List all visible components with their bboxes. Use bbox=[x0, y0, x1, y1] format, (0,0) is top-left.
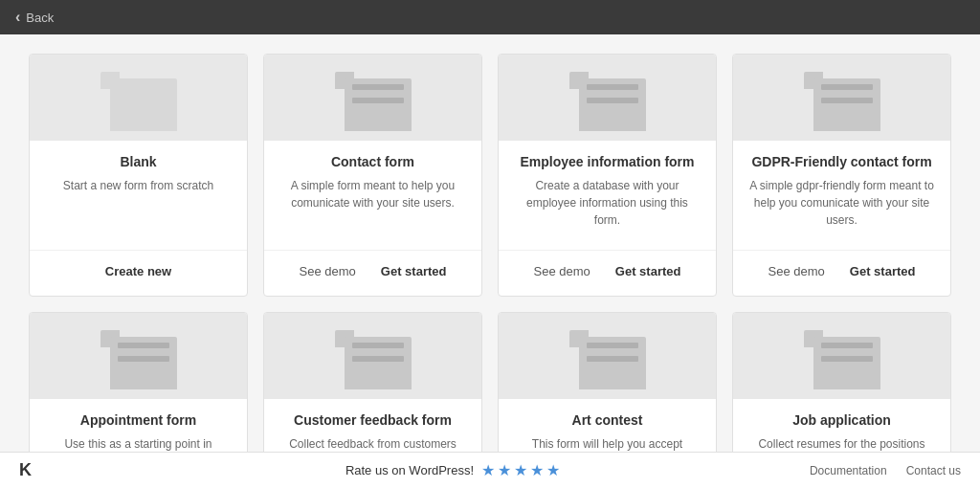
form-illustration bbox=[804, 322, 880, 389]
card-preview-employee-info bbox=[499, 55, 716, 141]
card-preview-art-contest bbox=[499, 313, 716, 399]
card-title-contact-form: Contact form bbox=[279, 154, 466, 169]
card-blank: BlankStart a new form from scratchCreate… bbox=[29, 54, 248, 297]
card-title-job-application: Job application bbox=[748, 412, 935, 428]
card-job-application: Job applicationCollect resumes for the p… bbox=[732, 312, 951, 452]
card-actions-contact-form: See demoGet started bbox=[264, 250, 481, 296]
logo: K bbox=[19, 460, 96, 480]
bottom-bar: K Rate us on WordPress! ★★★★★ Documentat… bbox=[0, 452, 980, 488]
card-art-contest: Art contestThis form will help you accep… bbox=[498, 312, 717, 452]
form-illustration bbox=[804, 64, 880, 131]
card-actions-employee-info: See demoGet started bbox=[499, 250, 716, 296]
card-title-employee-info: Employee information form bbox=[514, 154, 701, 169]
form-body bbox=[813, 337, 880, 389]
back-chevron-icon bbox=[15, 9, 20, 26]
card-body-job-application: Job applicationCollect resumes for the p… bbox=[733, 399, 950, 452]
card-preview-blank bbox=[30, 55, 247, 141]
card-actions-blank: Create new bbox=[30, 250, 247, 296]
bottom-center: Rate us on WordPress! ★★★★★ bbox=[96, 461, 810, 479]
btn-get-started-contact-form[interactable]: Get started bbox=[373, 260, 455, 282]
card-body-appointment: Appointment formUse this as a starting p… bbox=[30, 399, 247, 452]
card-description-gdpr-contact: A simple gdpr-friendly form meant to hel… bbox=[748, 177, 935, 229]
form-body bbox=[345, 337, 412, 389]
card-body-employee-info: Employee information formCreate a databa… bbox=[499, 141, 716, 242]
back-label: Back bbox=[26, 11, 54, 25]
form-body bbox=[813, 78, 880, 131]
main-content: BlankStart a new form from scratchCreate… bbox=[0, 34, 980, 452]
card-body-customer-feedback: Customer feedback formCollect feedback f… bbox=[264, 399, 481, 452]
bottom-link-documentation[interactable]: Documentation bbox=[810, 464, 887, 477]
bottom-links: DocumentationContact us bbox=[810, 464, 961, 477]
card-body-blank: BlankStart a new form from scratch bbox=[30, 141, 247, 242]
card-preview-gdpr-contact bbox=[733, 55, 950, 141]
btn-see-demo-contact-form[interactable]: See demo bbox=[292, 260, 364, 282]
star-2-icon[interactable]: ★ bbox=[498, 461, 511, 479]
card-preview-contact-form bbox=[264, 55, 481, 141]
card-body-gdpr-contact: GDPR-Friendly contact formA simple gdpr-… bbox=[733, 141, 950, 242]
card-title-art-contest: Art contest bbox=[514, 412, 701, 428]
card-body-art-contest: Art contestThis form will help you accep… bbox=[499, 399, 716, 452]
card-employee-info: Employee information formCreate a databa… bbox=[498, 54, 717, 297]
form-illustration bbox=[569, 322, 646, 389]
card-title-appointment: Appointment form bbox=[45, 412, 232, 428]
card-description-employee-info: Create a database with your employee inf… bbox=[514, 177, 701, 229]
back-button[interactable]: Back bbox=[15, 9, 54, 26]
btn-get-started-gdpr-contact[interactable]: Get started bbox=[842, 260, 924, 282]
card-description-blank: Start a new form from scratch bbox=[45, 177, 232, 229]
card-description-contact-form: A simple form meant to help you comunica… bbox=[279, 177, 466, 229]
templates-grid: BlankStart a new form from scratchCreate… bbox=[29, 54, 951, 452]
card-actions-gdpr-contact: See demoGet started bbox=[733, 250, 950, 296]
star-4-icon[interactable]: ★ bbox=[530, 461, 544, 479]
card-customer-feedback: Customer feedback formCollect feedback f… bbox=[263, 312, 482, 452]
card-title-gdpr-contact: GDPR-Friendly contact form bbox=[748, 154, 935, 169]
form-illustration bbox=[569, 64, 646, 131]
stars-container: ★★★★★ bbox=[481, 461, 560, 479]
card-gdpr-contact: GDPR-Friendly contact formA simple gdpr-… bbox=[732, 54, 951, 297]
btn-create-new-blank[interactable]: Create new bbox=[98, 260, 179, 282]
card-preview-job-application bbox=[733, 313, 950, 399]
form-body bbox=[345, 78, 412, 131]
card-description-customer-feedback: Collect feedback from customers and impr… bbox=[279, 435, 466, 452]
card-title-blank: Blank bbox=[45, 154, 232, 169]
card-contact-form: Contact formA simple form meant to help … bbox=[263, 54, 482, 297]
card-description-art-contest: This form will help you accept registrat… bbox=[514, 435, 701, 452]
card-title-customer-feedback: Customer feedback form bbox=[279, 412, 466, 428]
card-description-appointment: Use this as a starting point in building… bbox=[45, 435, 232, 452]
rate-text: Rate us on WordPress! bbox=[345, 463, 474, 477]
bottom-link-contact-us[interactable]: Contact us bbox=[906, 464, 961, 477]
form-body bbox=[579, 337, 646, 389]
blank-illustration bbox=[100, 64, 177, 131]
btn-see-demo-gdpr-contact[interactable]: See demo bbox=[761, 260, 833, 282]
card-body-contact-form: Contact formA simple form meant to help … bbox=[264, 141, 481, 242]
top-bar: Back bbox=[0, 0, 980, 34]
form-body bbox=[110, 337, 177, 389]
btn-see-demo-employee-info[interactable]: See demo bbox=[526, 260, 598, 282]
star-3-icon[interactable]: ★ bbox=[514, 461, 527, 479]
star-5-icon[interactable]: ★ bbox=[546, 461, 560, 479]
form-illustration bbox=[335, 322, 412, 389]
blank-body bbox=[110, 78, 177, 131]
card-description-job-application: Collect resumes for the positions availa… bbox=[748, 435, 935, 452]
star-1-icon[interactable]: ★ bbox=[481, 461, 495, 479]
form-illustration bbox=[100, 322, 177, 389]
btn-get-started-employee-info[interactable]: Get started bbox=[608, 260, 689, 282]
card-preview-customer-feedback bbox=[264, 313, 481, 399]
form-body bbox=[579, 78, 646, 131]
card-appointment: Appointment formUse this as a starting p… bbox=[29, 312, 248, 452]
form-illustration bbox=[335, 64, 412, 131]
card-preview-appointment bbox=[30, 313, 247, 399]
